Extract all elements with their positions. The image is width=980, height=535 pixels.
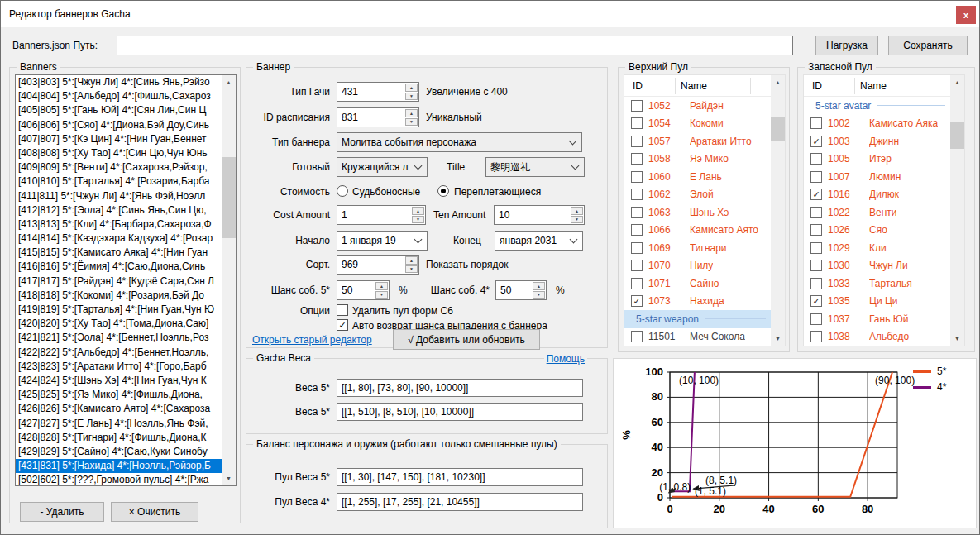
checkbox[interactable]: ✓ — [810, 189, 822, 200]
checkbox[interactable] — [631, 136, 643, 147]
checkbox[interactable] — [631, 100, 643, 112]
banner-list-item[interactable]: [418|818] 5*:[Кокоми] 4*:[Розария,Бэй До — [16, 289, 222, 303]
checkbox[interactable] — [810, 313, 822, 325]
pool-row[interactable]: 1033Тарталья — [804, 275, 950, 293]
checkbox[interactable] — [631, 171, 643, 183]
prefab-select[interactable]: Кружащийся л — [337, 157, 428, 177]
checkbox[interactable] — [810, 242, 822, 254]
save-button[interactable]: Сохранять — [888, 36, 968, 55]
banners-list[interactable]: [403|803] 5*:[Чжун Ли] 4*:[Синь Янь,Рэйз… — [15, 74, 237, 486]
option-auto-return-checkbox[interactable]: ✓ — [337, 319, 348, 331]
banner-list-item[interactable]: [407|807] 5*:[Кэ Цин] 4*:[Нин Гуан,Бенне… — [16, 132, 222, 146]
checkbox[interactable]: ✓ — [810, 295, 822, 307]
banner-type-select[interactable]: Молитва события персонажа — [337, 132, 582, 152]
pool-row[interactable]: 1002Камисато Аяка — [804, 115, 950, 133]
banner-list-item[interactable]: [411|811] 5*:[Чжун Ли] 4*:[Янь Фэй,Ноэлл — [16, 189, 222, 203]
scroll-up-icon[interactable]: ▲ — [222, 75, 236, 89]
add-update-button[interactable]: √ Добавить или обновить — [393, 329, 540, 350]
spin-up-icon[interactable]: ▲ — [405, 109, 418, 117]
pool-row[interactable]: 1069Тигнари — [624, 239, 771, 257]
banner-list-item[interactable]: [410|810] 5*:[Тарталья] 4*:[Розария,Барб… — [16, 174, 222, 189]
checkbox[interactable] — [810, 331, 822, 342]
banner-list-item[interactable]: [412|812] 5*:[Эола] 4*:[Синь Янь,Син Цю, — [16, 203, 222, 217]
scroll-down-icon[interactable]: ▼ — [771, 332, 785, 346]
banner-list-item[interactable]: [425|825] 5*:[Яэ Мико] 4*:[Фишль,Диона, — [16, 388, 222, 402]
spin-up-icon[interactable]: ▲ — [533, 282, 545, 290]
pool-row[interactable]: 1030Чжун Ли — [804, 257, 950, 275]
banner-list-item[interactable]: [427|827] 5*:[Е Лань] 4*:[Ноэлль,Янь Фэй… — [16, 417, 222, 431]
reserve-pool-scrollbar[interactable]: ▲ ▼ — [950, 75, 964, 346]
checkbox[interactable] — [631, 117, 643, 129]
pool-group-row[interactable]: 5-star avatar — [804, 97, 950, 115]
banner-list-item[interactable]: [424|824] 5*:[Шэнь Хэ] 4*:[Нин Гуан,Чун … — [16, 374, 222, 388]
scroll-down-icon[interactable]: ▼ — [950, 332, 964, 346]
pool-row[interactable]: 11501Меч Сокола — [624, 328, 771, 346]
spin-up-icon[interactable]: ▲ — [412, 207, 424, 215]
checkbox[interactable] — [631, 278, 643, 289]
banner-list-item[interactable]: [417|817] 5*:[Райдэн] 4*:[Кудзё Сара,Сян… — [16, 275, 222, 289]
chance5-spinner[interactable]: 50 ▲▼ — [337, 280, 390, 300]
pool-row[interactable]: 1063Шэнь Хэ — [624, 203, 771, 222]
checkbox[interactable] — [810, 117, 822, 129]
spin-down-icon[interactable]: ▼ — [405, 265, 418, 274]
banners-scrollbar[interactable]: ▲ ▼ — [222, 75, 236, 485]
banner-list-item[interactable]: [423|823] 5*:[Аратаки Итто] 4*:[Горо,Бар… — [16, 360, 222, 374]
pool-row[interactable]: ✓1003Джинн — [804, 132, 950, 150]
spin-down-icon[interactable]: ▼ — [571, 216, 583, 224]
checkbox[interactable]: ✓ — [810, 136, 822, 147]
spin-down-icon[interactable]: ▼ — [412, 216, 424, 224]
checkbox[interactable] — [631, 224, 643, 236]
pool-row[interactable]: 1060Е Лань — [624, 168, 771, 186]
checkbox[interactable]: ✓ — [631, 295, 643, 307]
spin-down-icon[interactable]: ▼ — [405, 118, 418, 127]
checkbox[interactable] — [631, 260, 643, 271]
help-link[interactable]: Помощь — [544, 353, 587, 365]
spin-down-icon[interactable]: ▼ — [405, 93, 418, 101]
banner-list-item[interactable]: [502|602] 5*:[???,Громовой пульс] 4*:[Рж… — [16, 473, 222, 485]
option-remove-pool-checkbox[interactable] — [337, 304, 348, 316]
banner-list-item[interactable]: [416|816] 5*:[Ёимия] 4*:[Саю,Диона,Синь — [16, 260, 222, 274]
checkbox[interactable] — [631, 153, 643, 165]
upper-pool-scrollbar[interactable]: ▲ ▼ — [771, 75, 785, 346]
pool-row[interactable]: ✓1073Нахида — [624, 293, 771, 311]
checkbox[interactable] — [631, 207, 643, 218]
banner-list-item[interactable]: [403|803] 5*:[Чжун Ли] 4*:[Синь Янь,Рэйз… — [16, 75, 222, 89]
spin-up-icon[interactable]: ▲ — [375, 282, 388, 290]
weights5-input-1[interactable] — [337, 379, 583, 397]
weights5-input-2[interactable] — [337, 403, 583, 421]
checkbox[interactable] — [810, 171, 822, 183]
banner-list-item[interactable]: [415|815] 5*:[Камисато Аяка] 4*:[Нин Гуа… — [16, 246, 222, 260]
title-select[interactable]: 黎明巡礼 — [485, 157, 585, 177]
delete-button[interactable]: - Удалить — [20, 502, 104, 522]
checkbox[interactable] — [810, 260, 822, 271]
pool-row[interactable]: 1062Элой — [624, 186, 771, 204]
pool-row[interactable]: 1057Аратаки Итто — [624, 132, 771, 150]
banner-list-item[interactable]: [426|826] 5*:[Камисато Аято] 4*:[Сахароз… — [16, 402, 222, 416]
reserve-pool-list[interactable]: ID Name 5-star avatar1002Камисато Аяка✓1… — [803, 74, 965, 346]
banner-list-item[interactable]: [414|814] 5*:[Каэдэхара Кадзуха] 4*:[Роз… — [16, 232, 222, 246]
cost-radio-fate[interactable] — [337, 185, 348, 197]
sort-spinner[interactable]: 969 ▲▼ — [337, 255, 419, 275]
upper-pool-list[interactable]: ID Name 1052Райдэн1054Кокоми1057Аратаки … — [624, 74, 786, 346]
spin-up-icon[interactable]: ▲ — [405, 256, 418, 265]
banner-list-item[interactable]: [420|820] 5*:[Ху Тао] 4*:[Тома,Диона,Саю… — [16, 317, 222, 331]
spin-down-icon[interactable]: ▼ — [375, 291, 388, 299]
cost-amount-spinner[interactable]: 1 ▲▼ — [337, 205, 426, 225]
gacha-type-spinner[interactable]: 431 ▲▼ — [337, 82, 419, 102]
scroll-thumb[interactable] — [950, 122, 964, 149]
banner-list-item[interactable]: [421|821] 5*:[Эола] 4*:[Беннет,Ноэлль,Ро… — [16, 331, 222, 345]
close-button[interactable]: x — [956, 6, 976, 24]
banner-list-item[interactable]: [408|808] 5*:[Ху Тао] 4*:[Син Цю,Чун Юнь — [16, 146, 222, 160]
banner-list-item[interactable]: [422|822] 5*:[Альбедо] 4*:[Беннет,Ноэлль… — [16, 346, 222, 360]
checkbox[interactable] — [631, 242, 643, 254]
scroll-up-icon[interactable]: ▲ — [950, 75, 964, 89]
checkbox[interactable] — [810, 278, 822, 289]
pool-weight5-input[interactable] — [337, 468, 583, 486]
checkbox[interactable] — [810, 224, 822, 236]
banner-list-item[interactable]: [409|809] 5*:[Венти] 4*:[Сахароза,Рэйзор… — [16, 160, 222, 174]
path-input[interactable] — [117, 36, 793, 55]
banner-list-item[interactable]: [413|813] 5*:[Кли] 4*:[Барбара,Сахароза,… — [16, 217, 222, 232]
banner-list-item[interactable]: [419|819] 5*:[Тарталья] 4*:[Нин Гуан,Чун… — [16, 303, 222, 317]
banner-list-item[interactable]: [428|828] 5*:[Тигнари] 4*:[Фишль,Диона,К — [16, 431, 222, 445]
spin-up-icon[interactable]: ▲ — [405, 84, 418, 92]
